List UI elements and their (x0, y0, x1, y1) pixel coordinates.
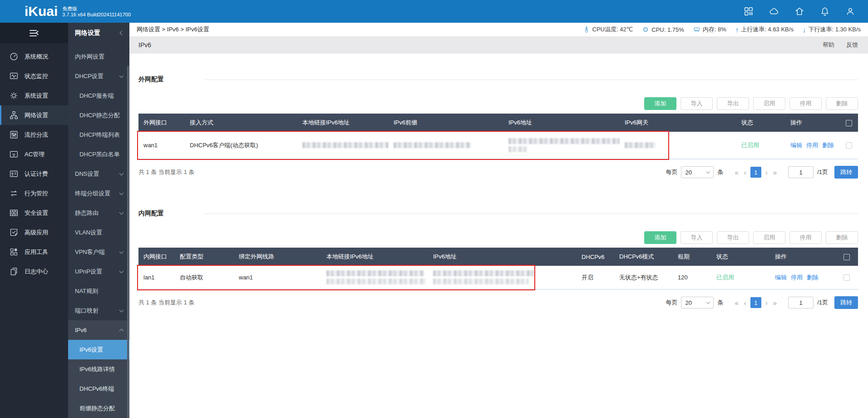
edit-link[interactable]: 编辑 (775, 274, 787, 281)
page-jump-input[interactable] (788, 166, 814, 178)
user-icon[interactable] (845, 6, 855, 16)
disable-link[interactable]: 停用 (791, 274, 803, 281)
status-badge: 已启用 (736, 132, 785, 159)
cloud-icon[interactable] (769, 6, 779, 16)
delete-button[interactable]: 删除 (826, 97, 858, 110)
row-checkbox[interactable] (846, 142, 852, 149)
disable-button[interactable]: 停用 (789, 97, 822, 110)
menu-item-terminal-groups[interactable]: 终端分组设置 (68, 184, 129, 203)
sidebar-item-ac-management[interactable]: AC管理 (0, 144, 68, 164)
prev-page-button[interactable]: ‹ (743, 299, 748, 307)
secondary-title: 网络设置 (75, 29, 100, 37)
enable-button[interactable]: 启用 (753, 97, 785, 110)
sidebar-item-status-monitor[interactable]: 状态监控 (0, 66, 68, 86)
last-page-button[interactable]: » (772, 169, 778, 176)
delete-link[interactable]: 删除 (822, 142, 834, 149)
menu-item-ipv6-settings[interactable]: IPv6设置 (68, 340, 129, 359)
per-page-select[interactable]: 20 (681, 297, 714, 309)
wan-table-row: wan1 DHCPv6客户端(动态获取) 已启用 编辑停用删除 (138, 132, 858, 159)
first-page-button[interactable]: « (733, 299, 740, 307)
menu-item-dns-settings[interactable]: DNS设置 (68, 164, 129, 184)
export-button[interactable]: 导出 (717, 97, 749, 110)
sidebar-item-advanced-apps[interactable]: 高级应用 (0, 223, 68, 242)
feedback-link[interactable]: 反馈 (846, 41, 858, 49)
redacted-value (433, 279, 528, 284)
import-button[interactable]: 导入 (681, 97, 713, 110)
breadcrumb[interactable]: 网络设置 > IPv6 > IPv6设置 (137, 25, 209, 34)
menu-item-static-routes[interactable]: 静态路由 (68, 203, 129, 223)
sidebar-scrollbar[interactable] (127, 66, 129, 418)
menu-item-dhcp-static[interactable]: DHCP静态分配 (68, 105, 129, 125)
chevron-down-icon (119, 249, 124, 254)
add-button[interactable]: 添加 (644, 97, 676, 110)
sliders-icon (9, 130, 19, 139)
enable-button[interactable]: 启用 (753, 231, 785, 244)
next-page-button[interactable]: › (764, 169, 769, 176)
menu-item-upnp-settings[interactable]: UPnP设置 (68, 262, 129, 281)
first-page-button[interactable]: « (733, 169, 740, 176)
wan-table: 外网接口 接入方式 本地链接IPv6地址 IPv6前缀 IPv6地址 IPv6网… (138, 114, 858, 159)
section-divider (205, 80, 858, 80)
access-mode-cell: DHCPv6客户端(动态获取) (185, 132, 297, 159)
row-checkbox[interactable] (843, 274, 850, 281)
redacted-value (433, 270, 534, 276)
page-number-button[interactable]: 1 (750, 297, 761, 308)
menu-item-prefix-static[interactable]: 前缀静态分配 (68, 398, 129, 418)
disable-link[interactable]: 停用 (806, 142, 818, 149)
ipv6-prefix-cell (389, 132, 503, 159)
menu-item-lan-wan-settings[interactable]: 内外网设置 (68, 47, 129, 66)
menu-item-dhcpv6-terminals[interactable]: DHCPv6终端 (68, 379, 129, 398)
page-jump-input[interactable] (788, 297, 814, 309)
bell-icon[interactable] (820, 6, 830, 16)
gear-icon (9, 91, 19, 100)
next-page-button[interactable]: › (764, 299, 769, 307)
page-number-button[interactable]: 1 (750, 167, 761, 178)
menu-item-port-mapping[interactable]: 端口映射 (68, 301, 129, 320)
delete-button[interactable]: 删除 (826, 231, 858, 244)
menu-item-dhcp-blackwhite[interactable]: DHCP黑白名单 (68, 144, 129, 164)
arrow-down-icon: ↓ (803, 26, 806, 34)
export-button[interactable]: 导出 (717, 231, 749, 244)
select-all-checkbox[interactable] (846, 120, 852, 126)
chevron-down-icon (119, 73, 124, 78)
disable-button[interactable]: 停用 (789, 231, 822, 244)
menu-item-dhcp-terminals[interactable]: DHCP终端列表 (68, 125, 129, 144)
import-button[interactable]: 导入 (681, 231, 713, 244)
sidebar-item-behavior-control[interactable]: 行为管控 (0, 184, 68, 203)
collapse-sidebar-icon[interactable] (120, 31, 124, 35)
edit-link[interactable]: 编辑 (790, 142, 802, 149)
menu-item-vlan-settings[interactable]: VLAN设置 (68, 223, 129, 242)
sidebar-item-log-center[interactable]: 日志中心 (0, 262, 68, 281)
link-local-ipv6-cell (321, 266, 428, 289)
last-page-button[interactable]: » (772, 299, 778, 307)
sidebar-item-security-settings[interactable]: 安全设置 (0, 203, 68, 223)
per-page-select[interactable]: 20 (681, 166, 714, 178)
add-button[interactable]: 添加 (644, 231, 676, 244)
menu-collapse-button[interactable] (0, 23, 68, 43)
menu-item-ipv6[interactable]: IPv6 (68, 320, 129, 340)
apps-icon[interactable] (744, 6, 754, 16)
sidebar-item-flow-control[interactable]: 流控分流 (0, 125, 68, 144)
cpu-metric: CPU: 1.75% (642, 26, 684, 33)
sidebar-item-network-settings[interactable]: 网络设置 (0, 105, 68, 125)
menu-item-nat-rules[interactable]: NAT规则 (68, 281, 129, 301)
menu-item-ipv6-line-details[interactable]: IPv6线路详情 (68, 359, 129, 379)
sidebar-item-app-tools[interactable]: 应用工具 (0, 242, 68, 262)
jump-button[interactable]: 跳转 (834, 296, 858, 309)
help-link[interactable]: 帮助 (823, 41, 834, 49)
menu-item-vpn-client[interactable]: VPN客户端 (68, 242, 129, 262)
menu-item-dhcp-settings[interactable]: DHCP设置 (68, 66, 129, 86)
prev-page-button[interactable]: ‹ (743, 169, 748, 176)
redacted-value (394, 142, 471, 148)
cpu-temp-metric: CPU温度: 42℃ (583, 25, 633, 34)
sidebar-item-system-settings[interactable]: 系统设置 (0, 86, 68, 105)
jump-button[interactable]: 跳转 (834, 166, 858, 179)
sidebar-item-system-overview[interactable]: 系统概况 (0, 47, 68, 66)
menu-item-dhcp-server[interactable]: DHCP服务端 (68, 86, 129, 105)
logs-icon (9, 267, 19, 276)
sidebar-item-label: 系统概况 (25, 53, 48, 61)
sidebar-item-auth-billing[interactable]: 认证计费 (0, 164, 68, 184)
delete-link[interactable]: 删除 (807, 274, 819, 281)
home-icon[interactable] (794, 6, 804, 16)
select-all-checkbox[interactable] (843, 254, 850, 260)
